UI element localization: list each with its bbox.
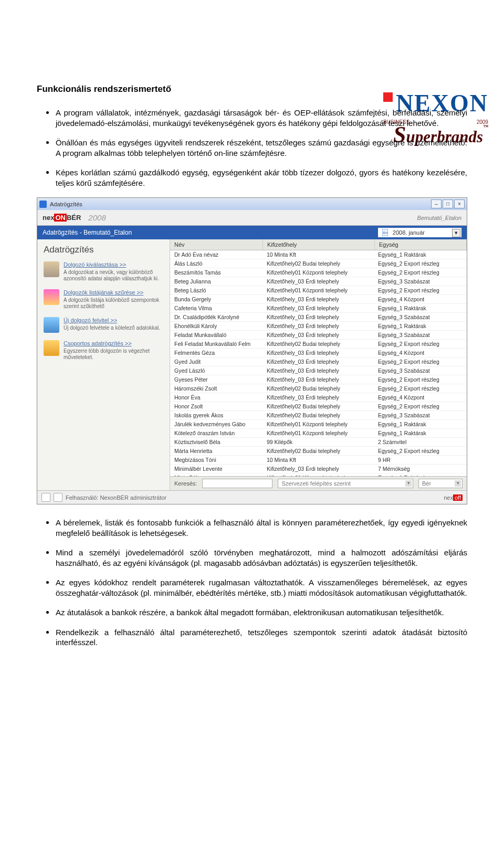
table-row[interactable]: Ehonélküli KárolyKifizetőhely_03 Érdi te… <box>170 322 467 331</box>
table-row[interactable]: Felmentés GézaKifizetőhely_03 Érdi telep… <box>170 349 467 357</box>
cell-name: Háromszéki Zsolt <box>170 384 262 393</box>
cell-payoffice: Kifizetőhely01 Központi telephely <box>262 429 374 437</box>
cell-name: Márta Henrietta <box>170 447 262 455</box>
cell-unit: Egység_2 Export részleg <box>374 402 467 410</box>
cell-name: Dr. Családipótlék Károlyné <box>170 313 262 321</box>
cell-name: Dr Adó Éva névaz <box>170 250 262 259</box>
sidebar-desc: Új dolgozó felvétele a kötelező adatokka… <box>64 325 160 331</box>
cell-payoffice: Kifizetőhely_03 Érdi telephely <box>262 304 374 312</box>
table-row[interactable]: Beteg JuliannaKifizetőhely_03 Érdi telep… <box>170 277 467 286</box>
cell-name: Honor Éva <box>170 393 262 402</box>
table-row[interactable]: Beteg LászlóKifizetőhely01 Központi tele… <box>170 286 467 295</box>
table-row[interactable]: Honor ÉvaKifizetőhely_03 Érdi telephelyE… <box>170 393 467 402</box>
table-row[interactable]: Gyed LászlóKifizetőhely_03 Érdi telephel… <box>170 366 467 375</box>
cell-unit: 9 HR <box>374 456 467 464</box>
cell-payoffice: 99 Kilépők <box>262 438 374 446</box>
sidebar-item: Dolgozók listájának szűrése >>A dolgozók… <box>44 289 164 310</box>
table-row[interactable]: Járulék kedvezményes GáboKifizetőhely01 … <box>170 420 467 429</box>
cell-payoffice: Kifizetőhely_03 Érdi telephely <box>262 295 374 303</box>
col-name[interactable]: Név <box>170 239 263 250</box>
table-row[interactable]: Honor ZsoltKifizetőhely02 Budai telephel… <box>170 402 467 411</box>
table-row[interactable]: Dr. Családipótlék KárolynéKifizetőhely_0… <box>170 313 467 322</box>
table-row[interactable]: Feladat MunkavállalóKifizetőhely_03 Érdi… <box>170 331 467 340</box>
cell-name: Köztisztviselő Béla <box>170 438 262 446</box>
grid-footer: Keresés: Szervezeti felépítés szerint▾ B… <box>170 476 467 490</box>
table-row[interactable]: Kötelező óraszám IstvánKifizetőhely01 Kö… <box>170 429 467 438</box>
bullet-item: A program vállalatok, intézmények, gazda… <box>37 108 467 128</box>
close-button[interactable]: × <box>454 199 465 208</box>
cell-payoffice: Kifizetőhely_03 Érdi telephely <box>262 465 374 473</box>
cell-unit: Egység_3 Szabászat <box>374 366 467 375</box>
dropdown-icon: ▾ <box>405 480 412 487</box>
cell-name: Beteg László <box>170 286 262 294</box>
cell-unit: 2 Számvitel <box>374 438 467 446</box>
sidebar-item: Dolgozó kiválasztása >>A dolgozókat a ne… <box>44 261 164 282</box>
sidebar-link[interactable]: Csoportos adatrögzítés >> <box>64 340 164 346</box>
table-row[interactable]: Bunda GergelyKifizetőhely_03 Érdi teleph… <box>170 295 467 304</box>
nexon-square-icon <box>383 92 393 102</box>
cell-payoffice: Kifizetőhely02 Budai telephely <box>262 447 374 455</box>
cell-name: Gyed Judit <box>170 357 262 366</box>
cell-name: Cafeteria Vilma <box>170 304 262 312</box>
sidebar-icon <box>44 261 59 277</box>
cell-payoffice: Kifizetőhely01 Központi telephely <box>262 268 374 277</box>
cell-payoffice: Kifizetőhely_03 Érdi telephely <box>262 349 374 357</box>
cell-unit: Egység_3 Szabászat <box>374 331 467 339</box>
table-row[interactable]: Dr Adó Éva névaz10 Minta KftEgység_1 Rak… <box>170 250 467 259</box>
sidebar-link[interactable]: Dolgozók listájának szűrése >> <box>64 289 164 296</box>
cell-unit: 7 Mérnökség <box>374 465 467 473</box>
table-row[interactable]: Márta HenriettaKifizetőhely02 Budai tele… <box>170 447 467 456</box>
table-row[interactable]: Cafeteria VilmaKifizetőhely_03 Érdi tele… <box>170 304 467 313</box>
table-row[interactable]: Beszámítós TamásKifizetőhely01 Központi … <box>170 268 467 277</box>
table-row[interactable]: Iskolás gyerek ÁkosKifizetőhely02 Budai … <box>170 411 467 420</box>
period-selector[interactable]: ⇦ 2008. január ▾ <box>378 228 461 237</box>
cell-name: Felmentés Géza <box>170 349 262 357</box>
help-icon[interactable] <box>41 493 50 502</box>
minimize-button[interactable]: – <box>431 199 442 208</box>
sidebar-link[interactable]: Dolgozó kiválasztása >> <box>64 261 164 268</box>
cell-unit: Egység_2 Export részleg <box>374 340 467 348</box>
col-unit[interactable]: Egység <box>375 239 467 250</box>
info-icon[interactable] <box>54 493 62 502</box>
prev-month-button[interactable]: ⇦ <box>382 229 388 236</box>
brand-bar: nexONBÉR 2008 Bemutató_Etalon <box>37 210 467 226</box>
cell-name: Gyed László <box>170 366 262 375</box>
app-icon <box>39 201 47 208</box>
table-row[interactable]: Háromszéki ZsoltKifizetőhely02 Budai tel… <box>170 384 467 393</box>
cell-unit: Egység_4 Központ <box>374 393 467 402</box>
maximize-button[interactable]: □ <box>443 199 453 208</box>
features-bullet-list: A bérelemek, listák és fontosabb funkció… <box>37 518 467 648</box>
table-row[interactable]: Gyeses PéterKifizetőhely_03 Érdi telephe… <box>170 375 467 384</box>
table-row[interactable]: Álás LászlóKifizetőhely02 Budai telephel… <box>170 259 467 268</box>
cell-unit: Egység_2 Export részleg <box>374 447 467 455</box>
cell-payoffice: Kifizetőhely_03 Érdi telephely <box>262 393 374 402</box>
cell-unit: Egység_3 Szabászat <box>374 411 467 419</box>
sidebar-item: Új dolgozó felvitel >>Új dolgozó felvéte… <box>44 317 164 333</box>
table-row[interactable]: Megbízásos Tóni10 Minta Kft9 HR <box>170 456 467 465</box>
cell-name: Feli Feladat Munkavállaló Felm <box>170 340 262 348</box>
sidebar: Adatrögzítés Dolgozó kiválasztása >>A do… <box>37 239 170 490</box>
filter-structure-select[interactable]: Szervezeti felépítés szerint▾ <box>278 479 413 488</box>
cell-unit: Egység_4 Központ <box>374 295 467 303</box>
table-row[interactable]: Köztisztviselő Béla99 Kilépők2 Számvitel <box>170 438 467 447</box>
window-title: Adatrögzítés <box>50 201 82 207</box>
table-row[interactable]: Minimálbér LeventeKifizetőhely_03 Érdi t… <box>170 465 467 473</box>
cell-unit: Egység_2 Export részleg <box>374 357 467 366</box>
cell-payoffice: Kifizetőhely01 Központi telephely <box>262 286 374 294</box>
table-row[interactable]: Feli Feladat Munkavállaló FelmKifizetőhe… <box>170 340 467 349</box>
sidebar-link[interactable]: Új dolgozó felvitel >> <box>64 317 160 323</box>
search-input[interactable] <box>202 479 272 488</box>
cell-name: Beszámítós Tamás <box>170 268 262 277</box>
filter-type-select[interactable]: Bér▾ <box>418 479 463 488</box>
cell-payoffice: 10 Minta Kft <box>262 250 374 259</box>
cell-unit: Egység_2 Export részleg <box>374 268 467 277</box>
bullet-item: Az átutalások a bankok részére, a bankok… <box>37 607 467 618</box>
col-payoffice[interactable]: Kifizetőhely <box>263 239 375 250</box>
cell-name: Gyeses Péter <box>170 375 262 384</box>
table-row[interactable]: Gyed JuditKifizetőhely_03 Érdi telephely… <box>170 357 467 366</box>
sidebar-heading: Adatrögzítés <box>44 245 164 255</box>
cell-name: Iskolás gyerek Ákos <box>170 411 262 419</box>
bullet-item: Az egyes kódokhoz rendelt paraméterek ru… <box>37 577 467 598</box>
dropdown-icon[interactable]: ▾ <box>452 229 460 237</box>
sidebar-desc: A dolgozók listája különböző szempontok … <box>64 297 164 310</box>
